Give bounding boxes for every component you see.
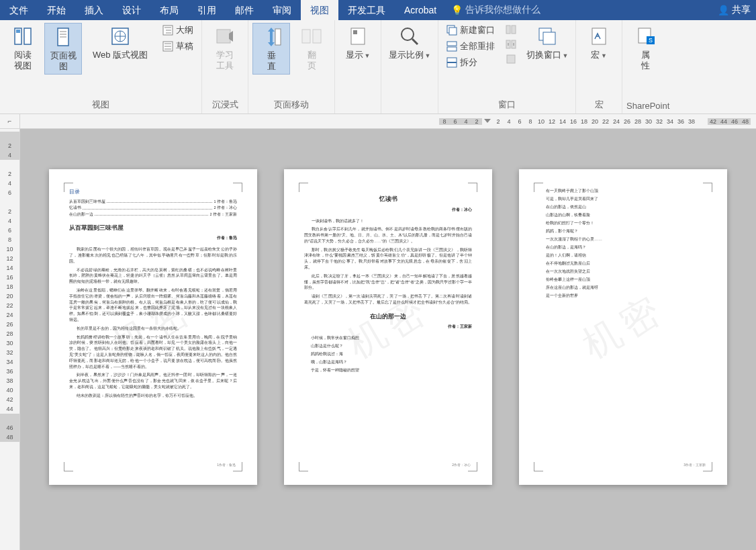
svg-rect-2 — [16, 30, 20, 33]
svg-rect-37 — [543, 32, 555, 44]
group-zoom-label — [385, 109, 434, 112]
doc-paragraph: 可是，我却几乎是哭着回来了 — [539, 196, 707, 202]
group-immersive: 学习工具 沉浸式 — [202, 20, 248, 113]
reading-view-label: 阅读视图 — [14, 50, 32, 71]
group-sharepoint-label: SharePoint — [626, 99, 669, 112]
tell-me-search[interactable]: 💡 告诉我你想做什么 — [451, 4, 540, 16]
tab-acrobat[interactable]: Acrobat — [395, 0, 446, 20]
sync-scroll-button[interactable] — [502, 38, 520, 51]
page-footer: 2作者：冰心 — [452, 463, 471, 468]
svg-rect-32 — [512, 26, 516, 34]
split-button[interactable]: 拆分 — [442, 55, 499, 70]
doc-author: 作者：冰心 — [304, 207, 472, 213]
tab-mailings[interactable]: 邮件 — [226, 0, 263, 20]
learning-tools-label: 学习工具 — [216, 50, 234, 71]
doc-paragraph: 读到《三国演义》，第一次读到关羽死了，哭了一场，把书丢下了。第二次再读时读到诸葛… — [304, 293, 472, 306]
doc-paragraph: 长的草里是不去的，因为相传这园里有一条很大的赤练蛇。 — [69, 326, 237, 332]
properties-label: 属性 — [641, 50, 650, 71]
page-2: 机密 忆读书 作者：冰心 一谈到读书，我的话就多了！我自从会认字后不到几年，就开… — [284, 169, 492, 485]
tab-developer[interactable]: 开发工具 — [338, 0, 395, 20]
learning-tools-button[interactable]: 学习工具 — [206, 23, 244, 73]
workspace: 2424624681012141618202224262830323436384… — [0, 129, 756, 550]
tab-design[interactable]: 设计 — [113, 0, 150, 20]
arrange-all-button[interactable]: 全部重排 — [442, 39, 499, 54]
tab-insert[interactable]: 插入 — [75, 0, 113, 20]
share-label: 共享 — [732, 4, 751, 16]
new-window-button[interactable]: 新建窗口 — [442, 23, 499, 38]
doc-paragraph: 小时候，我常伏在窗口痴想 — [304, 335, 472, 341]
doc-paragraph: 是一个全新的世界 — [539, 293, 707, 299]
page-1: 机密 目录 从百草园到三味书屋1 作者：鲁迅忆读书2 作者：冰心在山的那一边2 … — [49, 169, 257, 485]
tab-view[interactable]: 视图 — [301, 0, 338, 20]
vertical-label: 垂直 — [267, 50, 276, 71]
doc-paragraph: 给我的幻想打了一个零分！ — [539, 220, 707, 226]
svg-rect-19 — [302, 30, 310, 43]
svg-rect-26 — [449, 28, 457, 35]
draft-button[interactable]: 草稿 — [158, 39, 197, 54]
doc-paragraph: 于是，怀着一种隐秘的想望 — [304, 367, 472, 373]
svg-rect-31 — [506, 26, 510, 34]
view-side-by-side-button[interactable] — [502, 23, 520, 36]
doc-heading: 在山的那一边 — [304, 312, 472, 322]
share-button[interactable]: 👤 共享 — [718, 4, 751, 16]
tab-references[interactable]: 引用 — [188, 0, 226, 20]
chevron-down-icon: ▼ — [563, 52, 569, 59]
chevron-down-icon: ▼ — [601, 52, 607, 59]
new-window-label: 新建窗口 — [460, 24, 495, 36]
person-icon: 👤 — [718, 5, 729, 15]
doc-paragraph: 我自从会认字后不到几年，就开始读书。倒不是四岁时读母亲教给我的商务印书馆出版的国… — [304, 226, 472, 244]
group-views: 阅读视图 页面视图 Web 版式视图 大纲 草稿 视图 — [0, 20, 202, 113]
svg-point-23 — [401, 28, 414, 40]
document-canvas[interactable]: 机密 目录 从百草园到三味书屋1 作者：鲁迅忆读书2 作者：冰心在山的那一边2 … — [20, 129, 756, 550]
toc-title: 目录 — [69, 188, 237, 196]
zoom-button[interactable]: 显示比例▼ — [385, 23, 434, 63]
doc-paragraph: 在山的那边，是海吗？ — [539, 244, 707, 250]
zoom-label: 显示比例 — [389, 50, 424, 60]
vertical-button[interactable]: 垂直 — [252, 23, 290, 75]
macros-label: 宏 — [591, 50, 600, 60]
toc-entry[interactable]: 在山的那一边2 作者：王家新 — [69, 212, 237, 217]
switch-windows-button[interactable]: 切换窗口▼ — [523, 23, 571, 63]
show-button[interactable]: 显示▼ — [339, 23, 377, 63]
chevron-down-icon: ▼ — [425, 52, 431, 59]
macros-button[interactable]: 宏▼ — [580, 23, 618, 63]
page-3: 机密 有一天我终于爬上了那个山顶可是，我却几乎是哭着回来了在山的那边，依然是山山… — [519, 169, 727, 485]
tab-file[interactable]: 文件 — [0, 0, 38, 20]
group-show-label — [339, 109, 377, 112]
tab-review[interactable]: 审阅 — [263, 0, 301, 20]
doc-paragraph: 所在这座山的那边，就是海呀 — [539, 285, 707, 291]
group-immersive-label: 沉浸式 — [206, 97, 244, 112]
doc-paragraph: 在不停地翻过无数座山后 — [539, 261, 707, 267]
doc-paragraph: 结末的教训是：所以倘有陌生的声音叫你的名字，你万不可答应他。 — [69, 393, 237, 399]
print-layout-button[interactable]: 页面视图 — [44, 23, 82, 75]
svg-rect-20 — [313, 30, 321, 43]
doc-paragraph: 在山的那边，依然是山 — [539, 204, 707, 210]
menu-bar: 文件 开始 插入 设计 布局 引用 邮件 审阅 视图 开发工具 Acrobat … — [0, 0, 756, 20]
ruler-corner: ⌐ — [0, 114, 20, 129]
properties-button[interactable]: S 属性 — [626, 23, 664, 73]
group-zoom: 显示比例▼ — [381, 20, 438, 113]
group-show: 显示▼ — [335, 20, 381, 113]
side-to-side-button[interactable]: 翻页 — [293, 23, 330, 73]
doc-paragraph: 此后，我决定咬了牙，拿起一本《三国演义》来，自己一知半解地读了下去，居然越看越懂… — [304, 273, 472, 291]
reset-window-button[interactable] — [502, 52, 520, 66]
toc-entry[interactable]: 忆读书2 作者：冰心 — [69, 205, 237, 210]
tab-home[interactable]: 开始 — [38, 0, 75, 20]
doc-paragraph: 一谈到读书，我的话就多了！ — [304, 218, 472, 224]
group-window: 新建窗口 全部重排 拆分 切换窗口▼ 窗口 — [438, 20, 576, 113]
doc-paragraph: 妈妈给我说过：海 — [304, 351, 472, 357]
outline-button[interactable]: 大纲 — [158, 23, 197, 38]
web-layout-button[interactable]: Web 版式视图 — [85, 23, 156, 63]
vertical-ruler[interactable]: 2424624681012141618202224262830323436384… — [0, 129, 20, 550]
tell-me-label: 告诉我你想做什么 — [465, 4, 540, 16]
svg-rect-27 — [447, 42, 457, 46]
doc-paragraph: 哦，山那边是海吗？ — [304, 359, 472, 365]
reading-view-button[interactable]: 阅读视图 — [4, 23, 42, 73]
group-sharepoint: S 属性 SharePoint — [622, 20, 673, 113]
tab-layout[interactable]: 布局 — [150, 0, 188, 20]
arrange-all-label: 全部重排 — [460, 40, 495, 52]
toc-entry[interactable]: 从百草园到三味书屋1 作者：鲁迅 — [69, 199, 237, 204]
doc-paragraph: 长妈妈曾经讲给我一个故事听：先前，有一个读书人住在古庙里用功，晚间，在院子里纳凉… — [69, 334, 237, 370]
group-window-label: 窗口 — [442, 97, 571, 112]
horizontal-ruler[interactable]: 8642246810121416182022242628303234363842… — [20, 114, 756, 129]
